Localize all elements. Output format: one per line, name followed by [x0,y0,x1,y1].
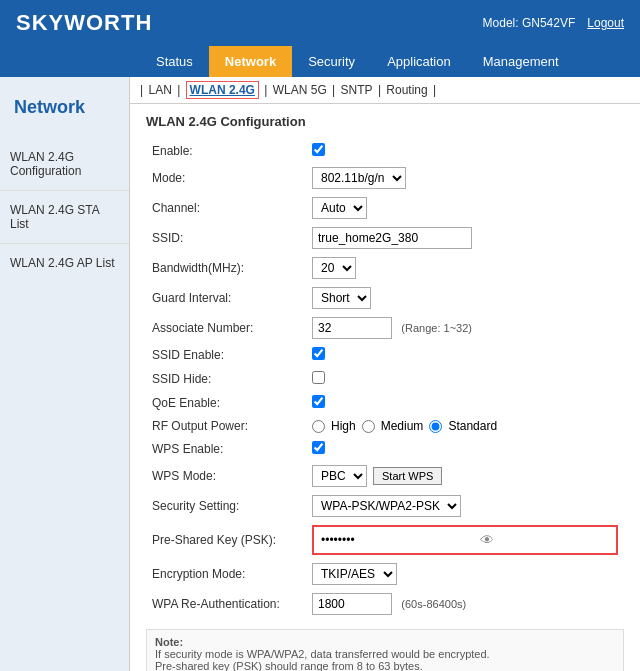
rf-radio-group: High Medium Standard [312,419,618,433]
header-right: Model: GN542VF Logout [483,16,624,30]
encryption-label: Encryption Mode: [146,559,306,589]
note-line2: Pre-shared key (PSK) should range from 8… [155,660,423,671]
wps-enable-checkbox[interactable] [312,441,325,454]
subnav-routing[interactable]: Routing [386,83,427,97]
nav-network[interactable]: Network [209,46,292,77]
row-ssid-enable: SSID Enable: [146,343,624,367]
sidebar-item-wlan-config[interactable]: WLAN 2.4G Configuration [0,138,129,191]
rf-medium-label: Medium [381,419,424,433]
main-area: | LAN | WLAN 2.4G | WLAN 5G | SNTP | Rou… [130,77,640,671]
mode-select[interactable]: 802.11b/g/n [312,167,406,189]
ssid-hide-checkbox[interactable] [312,371,325,384]
wps-mode-label: WPS Mode: [146,461,306,491]
wps-pbc-select[interactable]: PBC [312,465,367,487]
eye-icon[interactable]: 👁 [480,532,494,548]
row-guard: Guard Interval: Short [146,283,624,313]
guard-select[interactable]: Short [312,287,371,309]
row-psk: Pre-Shared Key (PSK): 👁 [146,521,624,559]
enable-label: Enable: [146,139,306,163]
subnav-sntp[interactable]: SNTP [341,83,373,97]
nav-management[interactable]: Management [467,46,575,77]
wps-mode-row: PBC Start WPS [312,465,618,487]
nav-security[interactable]: Security [292,46,371,77]
row-mode: Mode: 802.11b/g/n [146,163,624,193]
nav-status[interactable]: Status [140,46,209,77]
bandwidth-label: Bandwidth(MHz): [146,253,306,283]
form-title: WLAN 2.4G Configuration [146,114,624,129]
subnav: | LAN | WLAN 2.4G | WLAN 5G | SNTP | Rou… [130,77,640,104]
subnav-wlan2g[interactable]: WLAN 2.4G [186,81,259,99]
rf-label: RF Output Power: [146,415,306,437]
main-nav: Status Network Security Application Mana… [0,46,640,77]
row-bandwidth: Bandwidth(MHz): 20 [146,253,624,283]
row-wps-enable: WPS Enable: [146,437,624,461]
rf-standard-radio[interactable] [429,420,442,433]
subnav-lan[interactable]: LAN [148,83,171,97]
mode-label: Mode: [146,163,306,193]
model-label: Model: GN542VF [483,16,576,30]
qoe-label: QoE Enable: [146,391,306,415]
psk-input[interactable] [316,529,476,551]
associate-label: Associate Number: [146,313,306,343]
row-associate: Associate Number: (Range: 1~32) [146,313,624,343]
row-ssid: SSID: [146,223,624,253]
wpa-reauth-label: WPA Re-Authentication: [146,589,306,619]
wpa-reauth-input[interactable] [312,593,392,615]
bandwidth-select[interactable]: 20 [312,257,356,279]
row-qoe: QoE Enable: [146,391,624,415]
config-form: Enable: Mode: 802.11b/g/n Channel: [146,139,624,619]
ssid-input[interactable] [312,227,472,249]
rf-medium-radio[interactable] [362,420,375,433]
note-line1: If security mode is WPA/WPA2, data trans… [155,648,490,660]
rf-standard-label: Standard [448,419,497,433]
note-title: Note: [155,636,183,648]
start-wps-button[interactable]: Start WPS [373,467,442,485]
psk-wrapper: 👁 [312,525,618,555]
wpa-reauth-unit: (60s-86400s) [401,598,466,610]
row-channel: Channel: Auto [146,193,624,223]
nav-application[interactable]: Application [371,46,467,77]
ssid-label: SSID: [146,223,306,253]
rf-high-radio[interactable] [312,420,325,433]
channel-select[interactable]: Auto [312,197,367,219]
guard-label: Guard Interval: [146,283,306,313]
main-content: WLAN 2.4G Configuration Enable: Mode: 80… [130,104,640,671]
security-select[interactable]: WPA-PSK/WPA2-PSK [312,495,461,517]
ssid-hide-label: SSID Hide: [146,367,306,391]
row-wpa-reauth: WPA Re-Authentication: (60s-86400s) [146,589,624,619]
enable-checkbox[interactable] [312,143,325,156]
row-enable: Enable: [146,139,624,163]
ssid-enable-checkbox[interactable] [312,347,325,360]
row-encryption: Encryption Mode: TKIP/AES [146,559,624,589]
row-rf: RF Output Power: High Medium Standard [146,415,624,437]
row-security: Security Setting: WPA-PSK/WPA2-PSK [146,491,624,521]
psk-label: Pre-Shared Key (PSK): [146,521,306,559]
note-box: Note: If security mode is WPA/WPA2, data… [146,629,624,671]
sidebar-title: Network [0,87,129,138]
wps-enable-label: WPS Enable: [146,437,306,461]
qoe-checkbox[interactable] [312,395,325,408]
sidebar-item-sta-list[interactable]: WLAN 2.4G STA List [0,191,129,244]
row-ssid-hide: SSID Hide: [146,367,624,391]
ssid-enable-label: SSID Enable: [146,343,306,367]
associate-range: (Range: 1~32) [401,322,472,334]
logout-link[interactable]: Logout [587,16,624,30]
page: Network WLAN 2.4G Configuration WLAN 2.4… [0,77,640,671]
logo: SKYWORTH [16,10,152,36]
encryption-select[interactable]: TKIP/AES [312,563,397,585]
rf-high-label: High [331,419,356,433]
sidebar: Network WLAN 2.4G Configuration WLAN 2.4… [0,77,130,671]
channel-label: Channel: [146,193,306,223]
sidebar-item-ap-list[interactable]: WLAN 2.4G AP List [0,244,129,282]
associate-input[interactable] [312,317,392,339]
subnav-wlan5g[interactable]: WLAN 5G [273,83,327,97]
row-wps-mode: WPS Mode: PBC Start WPS [146,461,624,491]
security-label: Security Setting: [146,491,306,521]
header: SKYWORTH Model: GN542VF Logout [0,0,640,46]
